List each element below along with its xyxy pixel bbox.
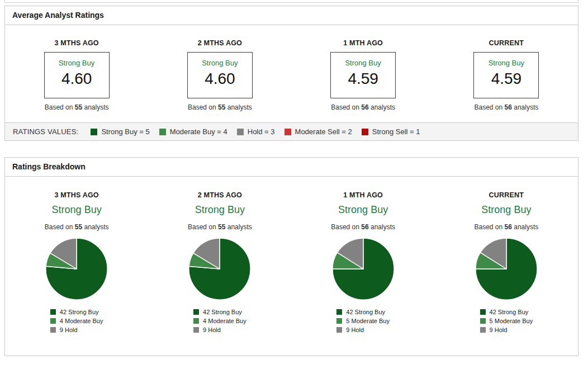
rating-value: 4.59	[491, 71, 522, 87]
hold-swatch-icon	[336, 327, 342, 333]
period-label: 2 MTHS AGO	[198, 191, 242, 199]
legend-row-hold: 9 Hold	[50, 327, 103, 333]
pie-legend: 42 Strong Buy 5 Moderate Buy 9 Hold	[480, 309, 533, 333]
legend-item-strong-buy: Strong Buy = 5	[91, 127, 149, 136]
legend-item-moderate-buy: Moderate Buy = 4	[159, 127, 227, 136]
period-label: 3 MTHS AGO	[54, 39, 98, 47]
moderate-buy-swatch-icon	[480, 318, 486, 324]
average-analyst-ratings-panel: Average Analyst Ratings 3 MTHS AGO Stron…	[4, 6, 578, 141]
strong-buy-swatch-icon	[91, 129, 97, 135]
legend-row-moderate-buy: 5 Moderate Buy	[336, 318, 390, 324]
ratings-breakdown-columns: 3 MTHS AGO Strong Buy Based on 55 analys…	[5, 177, 578, 356]
strong-buy-swatch-icon	[336, 309, 342, 315]
period-label: CURRENT	[489, 191, 524, 199]
based-on-analysts: Based on 55 analysts	[45, 223, 109, 231]
ratings-pie-chart	[474, 236, 539, 301]
consensus-label: Strong Buy	[489, 59, 524, 67]
moderate-buy-swatch-icon	[159, 129, 166, 135]
legend-row-moderate-buy: 4 Moderate Buy	[50, 318, 103, 324]
consensus-label: Strong Buy	[195, 204, 245, 216]
breakdown-column-3-mths-ago: 3 MTHS AGO Strong Buy Based on 55 analys…	[5, 191, 148, 333]
panel-title: Average Analyst Ratings	[5, 6, 578, 25]
legend-row-strong-buy: 42 Strong Buy	[193, 309, 246, 315]
moderate-buy-swatch-icon	[336, 318, 342, 324]
legend-item-hold: Hold = 3	[237, 127, 275, 136]
consensus-label: Strong Buy	[202, 59, 238, 67]
previous-panel-edge	[4, 0, 578, 3]
analyst-count: 56	[505, 103, 512, 111]
analyst-count: 55	[218, 103, 225, 111]
ratings-pie-chart	[187, 236, 252, 301]
legend-row-hold: 9 Hold	[336, 327, 390, 333]
legend-item-moderate-sell: Moderate Sell = 2	[284, 127, 352, 136]
legend-item-strong-sell: Strong Sell = 1	[362, 127, 420, 136]
consensus-label: Strong Buy	[345, 59, 381, 67]
period-label: 1 MTH AGO	[343, 191, 383, 199]
analyst-count: 56	[361, 223, 368, 231]
strong-buy-swatch-icon	[50, 309, 56, 315]
pie-legend: 42 Strong Buy 5 Moderate Buy 9 Hold	[336, 309, 390, 333]
ratings-values-label: RATINGS VALUES:	[13, 127, 78, 136]
moderate-buy-swatch-icon	[193, 318, 199, 324]
strong-sell-swatch-icon	[362, 129, 368, 135]
legend-row-moderate-buy: 4 Moderate Buy	[193, 318, 246, 324]
based-on-analysts: Based on 55 analysts	[45, 103, 109, 111]
pie-legend: 42 Strong Buy 4 Moderate Buy 9 Hold	[50, 309, 103, 333]
legend-row-strong-buy: 42 Strong Buy	[480, 309, 533, 315]
consensus-label: Strong Buy	[59, 59, 94, 67]
analyst-count: 56	[505, 223, 512, 231]
avg-column-current: CURRENT Strong Buy 4.59 Based on 56 anal…	[435, 39, 578, 111]
analyst-count: 55	[75, 223, 82, 231]
analyst-count: 55	[75, 103, 82, 111]
moderate-sell-swatch-icon	[284, 129, 291, 135]
breakdown-column-1-mth-ago: 1 MTH AGO Strong Buy Based on 56 analyst…	[292, 191, 435, 333]
panel-title: Ratings Breakdown	[5, 158, 578, 177]
average-ratings-columns: 3 MTHS AGO Strong Buy 4.60 Based on 55 a…	[5, 25, 578, 122]
breakdown-column-current: CURRENT Strong Buy Based on 56 analysts …	[435, 191, 578, 333]
period-label: CURRENT	[489, 39, 524, 47]
legend-row-moderate-buy: 5 Moderate Buy	[480, 318, 533, 324]
rating-box: Strong Buy 4.60	[187, 52, 253, 98]
ratings-values-legend: RATINGS VALUES: Strong Buy = 5 Moderate …	[5, 122, 578, 140]
avg-column-3-mths-ago: 3 MTHS AGO Strong Buy 4.60 Based on 55 a…	[5, 39, 148, 111]
ratings-pie-chart	[44, 236, 109, 301]
avg-column-2-mths-ago: 2 MTHS AGO Strong Buy 4.60 Based on 55 a…	[148, 39, 291, 111]
rating-value: 4.60	[205, 71, 235, 87]
moderate-buy-swatch-icon	[50, 318, 56, 324]
period-label: 1 MTH AGO	[343, 39, 383, 47]
based-on-analysts: Based on 56 analysts	[331, 223, 395, 231]
strong-buy-swatch-icon	[193, 309, 199, 315]
legend-row-hold: 9 Hold	[193, 327, 246, 333]
avg-column-1-mth-ago: 1 MTH AGO Strong Buy 4.59 Based on 56 an…	[292, 39, 435, 111]
rating-box: Strong Buy 4.60	[44, 52, 110, 98]
ratings-pie-chart	[331, 236, 396, 301]
legend-row-strong-buy: 42 Strong Buy	[336, 309, 390, 315]
legend-row-hold: 9 Hold	[480, 327, 533, 333]
hold-swatch-icon	[480, 327, 486, 333]
hold-swatch-icon	[193, 327, 199, 333]
consensus-label: Strong Buy	[481, 204, 531, 216]
rating-box: Strong Buy 4.59	[473, 52, 539, 98]
breakdown-column-2-mths-ago: 2 MTHS AGO Strong Buy Based on 55 analys…	[148, 191, 291, 333]
ratings-breakdown-panel: Ratings Breakdown 3 MTHS AGO Strong Buy …	[4, 157, 578, 356]
hold-swatch-icon	[50, 327, 56, 333]
analyst-count: 55	[218, 223, 225, 231]
rating-value: 4.59	[348, 71, 378, 87]
consensus-label: Strong Buy	[338, 204, 388, 216]
hold-swatch-icon	[237, 129, 244, 135]
based-on-analysts: Based on 56 analysts	[331, 103, 395, 111]
legend-row-strong-buy: 42 Strong Buy	[50, 309, 103, 315]
based-on-analysts: Based on 56 analysts	[474, 103, 538, 111]
period-label: 2 MTHS AGO	[198, 39, 242, 47]
pie-legend: 42 Strong Buy 4 Moderate Buy 9 Hold	[193, 309, 246, 333]
rating-box: Strong Buy 4.59	[330, 52, 396, 98]
strong-buy-swatch-icon	[480, 309, 486, 315]
based-on-analysts: Based on 56 analysts	[474, 223, 538, 231]
consensus-label: Strong Buy	[52, 204, 102, 216]
based-on-analysts: Based on 55 analysts	[188, 103, 252, 111]
rating-value: 4.60	[61, 71, 92, 87]
analyst-count: 56	[361, 103, 368, 111]
based-on-analysts: Based on 55 analysts	[188, 223, 252, 231]
period-label: 3 MTHS AGO	[54, 191, 98, 199]
